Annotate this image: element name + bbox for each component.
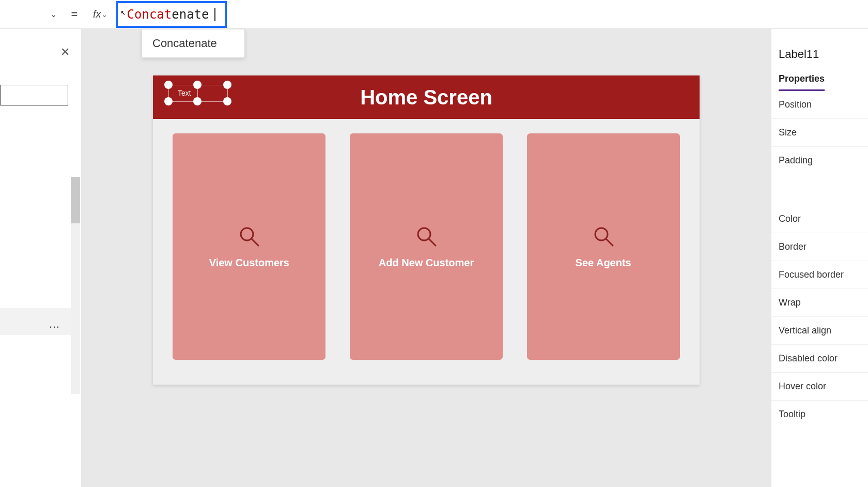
fx-text: fx: [93, 8, 101, 20]
svg-line-3: [429, 239, 436, 246]
chevron-down-icon: ⌄: [50, 9, 57, 19]
prop-hover-color[interactable]: Hover color: [771, 373, 868, 401]
suggestion-popup[interactable]: Concatenate: [142, 29, 245, 58]
scrollbar-thumb[interactable]: [71, 177, 80, 223]
fx-label[interactable]: fx ⌄: [85, 8, 116, 20]
search-icon: [415, 225, 438, 248]
prop-color[interactable]: Color: [771, 205, 868, 233]
resize-handle[interactable]: [223, 97, 231, 105]
formula-bar: ⌄ = fx ⌄ ↖ Concatenate: [0, 0, 868, 29]
prop-disabled-color[interactable]: Disabled color: [771, 345, 868, 373]
app-screen[interactable]: Text Home Screen View Customers Add New …: [153, 75, 700, 385]
card-label: Add New Customer: [379, 257, 474, 269]
card-label: See Agents: [576, 257, 631, 269]
tree-view-panel: ✕ …: [0, 29, 82, 487]
resize-handle[interactable]: [164, 97, 173, 105]
resize-handle[interactable]: [164, 81, 173, 89]
equals-label: =: [64, 8, 85, 21]
search-icon: [592, 225, 615, 248]
svg-line-1: [252, 239, 258, 246]
screen-title: Home Screen: [360, 86, 492, 109]
resize-handle[interactable]: [223, 81, 231, 89]
canvas[interactable]: Text Home Screen View Customers Add New …: [82, 29, 771, 487]
resize-handle[interactable]: [193, 97, 202, 105]
close-icon[interactable]: ✕: [60, 45, 70, 59]
property-dropdown[interactable]: ⌄: [0, 4, 64, 25]
search-icon: [238, 225, 260, 248]
workspace: ✕ … Tex: [0, 29, 868, 487]
prop-focused-border[interactable]: Focused border: [771, 261, 868, 289]
suggestion-item[interactable]: Concatenate: [152, 37, 217, 50]
selected-control-name: Label11: [771, 44, 868, 70]
card-label: View Customers: [209, 257, 289, 269]
more-icon[interactable]: …: [49, 317, 61, 331]
prop-padding[interactable]: Padding: [771, 147, 868, 174]
tab-properties[interactable]: Properties: [779, 70, 825, 91]
formula-input[interactable]: ↖ Concatenate: [116, 1, 227, 28]
card-view-customers[interactable]: View Customers: [173, 133, 326, 360]
search-input[interactable]: [0, 85, 68, 105]
formula-text-rest: enate: [172, 7, 209, 22]
prop-border[interactable]: Border: [771, 233, 868, 261]
prop-tooltip[interactable]: Tooltip: [771, 401, 868, 428]
formula-text-prefix: Concat: [127, 7, 172, 22]
prop-position[interactable]: Position: [771, 91, 868, 119]
screen-header: Text Home Screen: [153, 75, 700, 119]
cursor-icon: ↖: [121, 7, 126, 17]
prop-wrap[interactable]: Wrap: [771, 289, 868, 317]
prop-size[interactable]: Size: [771, 119, 868, 147]
prop-vertical-align[interactable]: Vertical align: [771, 317, 868, 345]
scrollbar[interactable]: [71, 177, 80, 394]
selection-box[interactable]: Text: [164, 81, 233, 105]
svg-line-5: [606, 239, 613, 246]
text-caret: [214, 8, 215, 21]
properties-panel: Label11 Properties Position Size Padding…: [771, 29, 868, 487]
card-row: View Customers Add New Customer See Agen…: [153, 119, 700, 374]
card-see-agents[interactable]: See Agents: [527, 133, 680, 360]
card-add-customer[interactable]: Add New Customer: [350, 133, 503, 360]
chevron-down-icon: ⌄: [101, 10, 113, 19]
resize-handle[interactable]: [193, 81, 202, 89]
selected-label-text: Text: [178, 89, 191, 97]
tree-selected-row[interactable]: [0, 308, 72, 335]
